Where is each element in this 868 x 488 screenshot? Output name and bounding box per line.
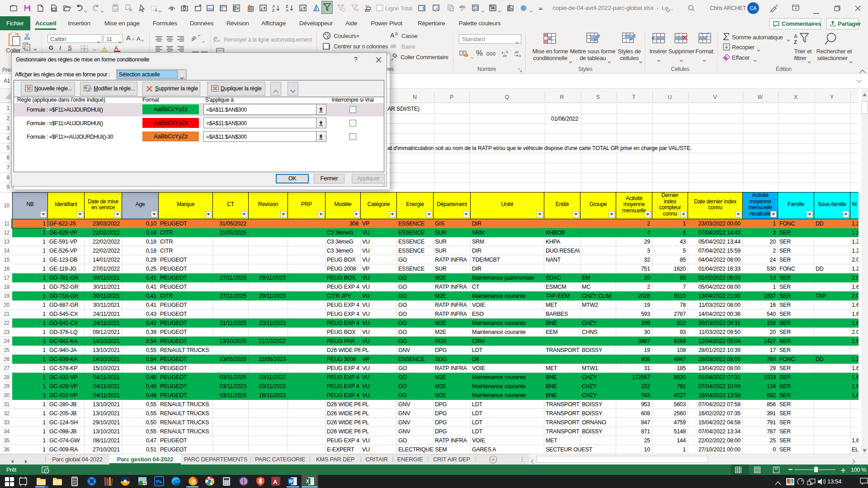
svg-text:A: A: [794, 33, 797, 39]
svg-text:,00: ,00: [514, 50, 519, 54]
svg-text:A: A: [286, 8, 289, 12]
svg-text:Ps: Ps: [156, 479, 162, 484]
svg-text:PDF: PDF: [143, 482, 149, 485]
svg-text:,00: ,00: [502, 54, 507, 58]
svg-text:A: A: [273, 479, 278, 485]
svg-text:ab: ab: [192, 34, 197, 42]
svg-text:0: 0: [519, 54, 521, 58]
svg-text:abc: abc: [459, 5, 466, 9]
svg-text:Z: Z: [794, 39, 797, 45]
svg-text:!: !: [329, 43, 330, 50]
svg-text:Z: Z: [272, 8, 275, 12]
svg-text:X: X: [306, 479, 309, 484]
svg-text:A: A: [114, 45, 118, 52]
svg-text:W: W: [289, 479, 293, 484]
svg-text:123: 123: [113, 8, 118, 11]
